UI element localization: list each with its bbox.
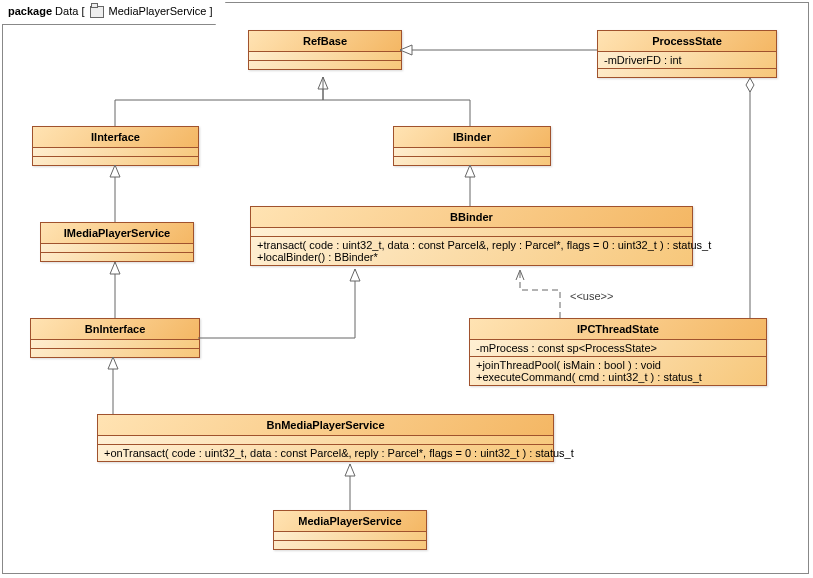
- class-name: RefBase: [249, 31, 401, 52]
- class-name: BnInterface: [31, 319, 199, 340]
- class-ibinder: IBinder: [393, 126, 551, 166]
- class-name: IMediaPlayerService: [41, 223, 193, 244]
- class-attrs: [274, 532, 426, 541]
- class-ops: [31, 349, 199, 357]
- diagram-name: MediaPlayerService: [109, 5, 207, 17]
- class-mediaplayerservice: MediaPlayerService: [273, 510, 427, 550]
- class-op: +onTransact( code : uint32_t, data : con…: [98, 445, 553, 461]
- package-tab: package Data [ MediaPlayerService ]: [2, 2, 226, 25]
- package-icon: [90, 6, 104, 18]
- class-ops: +transact( code : uint32_t, data : const…: [251, 237, 692, 265]
- class-name: ProcessState: [598, 31, 776, 52]
- class-attrs: [98, 436, 553, 445]
- class-name: IPCThreadState: [470, 319, 766, 340]
- class-ops: [33, 157, 198, 165]
- class-processstate: ProcessState -mDriverFD : int: [597, 30, 777, 78]
- class-attrs: [31, 340, 199, 349]
- class-ops: [394, 157, 550, 165]
- class-attrs: [41, 244, 193, 253]
- class-ipcthreadstate: IPCThreadState -mProcess : const sp<Proc…: [469, 318, 767, 386]
- package-keyword: package: [8, 5, 52, 17]
- class-attrs: [33, 148, 198, 157]
- class-name: IInterface: [33, 127, 198, 148]
- class-op: +joinThreadPool( isMain : bool ) : void: [476, 359, 760, 371]
- class-ops: [249, 61, 401, 69]
- class-ops: [41, 253, 193, 261]
- class-attrs: [249, 52, 401, 61]
- class-name: MediaPlayerService: [274, 511, 426, 532]
- class-iinterface: IInterface: [32, 126, 199, 166]
- class-name: BBinder: [251, 207, 692, 228]
- class-op: +localBinder() : BBinder*: [257, 251, 686, 263]
- class-attr: -mDriverFD : int: [598, 52, 776, 69]
- class-imediaplayerservice: IMediaPlayerService: [40, 222, 194, 262]
- class-ops: +joinThreadPool( isMain : bool ) : void …: [470, 357, 766, 385]
- class-bnmediaplayerservice: BnMediaPlayerService +onTransact( code :…: [97, 414, 554, 462]
- class-ops: [598, 69, 776, 77]
- class-op: +executeCommand( cmd : uint32_t ) : stat…: [476, 371, 760, 383]
- class-bbinder: BBinder +transact( code : uint32_t, data…: [250, 206, 693, 266]
- package-frame: [2, 2, 809, 574]
- class-attrs: [394, 148, 550, 157]
- class-bninterface: BnInterface: [30, 318, 200, 358]
- class-refbase: RefBase: [248, 30, 402, 70]
- class-op: +transact( code : uint32_t, data : const…: [257, 239, 686, 251]
- class-name: IBinder: [394, 127, 550, 148]
- class-ops: [274, 541, 426, 549]
- class-attr: -mProcess : const sp<ProcessState>: [470, 340, 766, 357]
- class-name: BnMediaPlayerService: [98, 415, 553, 436]
- package-name: Data: [55, 5, 78, 17]
- class-attrs: [251, 228, 692, 237]
